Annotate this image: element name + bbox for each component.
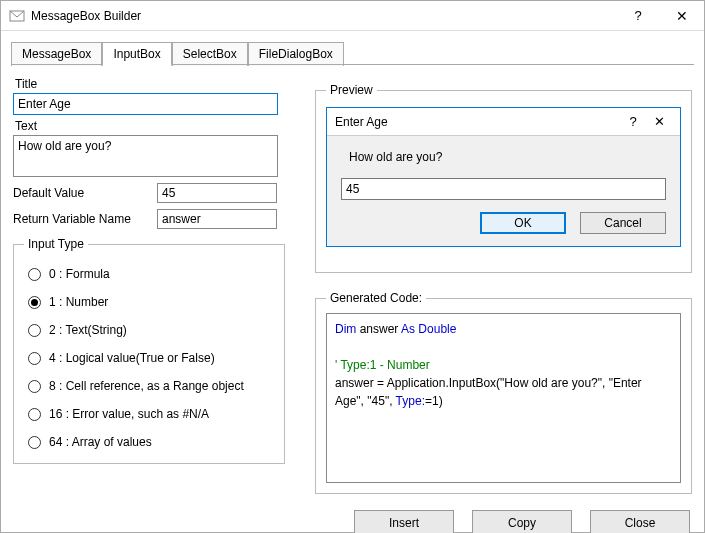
window-title: MessageBox Builder — [31, 9, 616, 23]
radio-2-text[interactable]: 2 : Text(String) — [28, 323, 274, 337]
title-label: Title — [15, 77, 303, 91]
radio-4-logical[interactable]: 4 : Logical value(True or False) — [28, 351, 274, 365]
help-button[interactable]: ? — [616, 1, 660, 30]
title-input[interactable] — [13, 93, 278, 115]
app-icon — [9, 8, 25, 24]
default-value-input[interactable] — [157, 183, 277, 203]
text-input[interactable] — [13, 135, 278, 177]
titlebar: MessageBox Builder ? ✕ — [1, 1, 704, 31]
radio-1-number[interactable]: 1 : Number — [28, 295, 274, 309]
preview-ok-button[interactable]: OK — [480, 212, 566, 234]
tab-filedialogbox[interactable]: FileDialogBox — [248, 42, 344, 66]
tab-bar: MessageBox InputBox SelectBox FileDialog… — [1, 31, 704, 65]
default-value-label: Default Value — [13, 186, 153, 200]
preview-cancel-button[interactable]: Cancel — [580, 212, 666, 234]
preview-help-icon[interactable]: ? — [620, 114, 646, 129]
radio-16-error[interactable]: 16 : Error value, such as #N/A — [28, 407, 274, 421]
input-type-group: Input Type 0 : Formula 1 : Number 2 : Te… — [13, 237, 285, 464]
input-type-legend: Input Type — [24, 237, 88, 251]
copy-button[interactable]: Copy — [472, 510, 572, 533]
preview-group: Preview Enter Age ? ✕ How old are you? O… — [315, 83, 692, 273]
radio-64-array[interactable]: 64 : Array of values — [28, 435, 274, 449]
preview-prompt: How old are you? — [349, 150, 666, 164]
preview-legend: Preview — [326, 83, 377, 97]
return-variable-label: Return Variable Name — [13, 212, 153, 226]
close-button[interactable]: Close — [590, 510, 690, 533]
app-window: MessageBox Builder ? ✕ MessageBox InputB… — [0, 0, 705, 533]
close-window-button[interactable]: ✕ — [660, 1, 704, 30]
radio-0-formula[interactable]: 0 : Formula — [28, 267, 274, 281]
return-variable-input[interactable] — [157, 209, 277, 229]
insert-button[interactable]: Insert — [354, 510, 454, 533]
generated-code-legend: Generated Code: — [326, 291, 426, 305]
preview-title: Enter Age — [335, 115, 620, 129]
tab-selectbox[interactable]: SelectBox — [172, 42, 248, 66]
preview-dialog: Enter Age ? ✕ How old are you? OK Cancel — [326, 107, 681, 247]
generated-code-box[interactable]: Dim answer As Double ' Type:1 - Number a… — [326, 313, 681, 483]
preview-input[interactable] — [341, 178, 666, 200]
footer: Insert Copy Close — [1, 502, 704, 533]
preview-close-icon[interactable]: ✕ — [646, 114, 672, 129]
radio-8-range[interactable]: 8 : Cell reference, as a Range object — [28, 379, 274, 393]
generated-code-group: Generated Code: Dim answer As Double ' T… — [315, 291, 692, 494]
tab-messagebox[interactable]: MessageBox — [11, 42, 102, 66]
tab-inputbox[interactable]: InputBox — [102, 42, 171, 66]
text-label: Text — [15, 119, 303, 133]
